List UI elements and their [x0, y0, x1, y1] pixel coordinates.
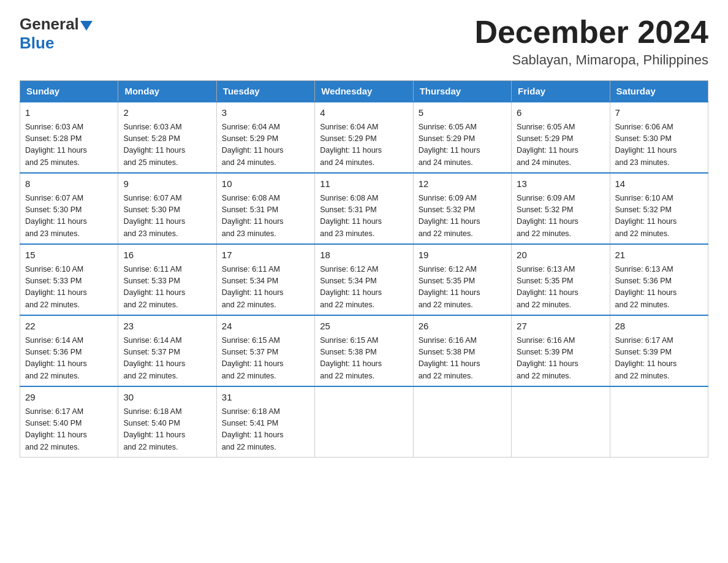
day-info: Sunrise: 6:13 AMSunset: 5:35 PMDaylight:… [517, 264, 604, 312]
day-info: Sunrise: 6:04 AMSunset: 5:29 PMDaylight:… [320, 121, 408, 169]
day-number: 6 [517, 106, 604, 120]
header-right: December 2024 Sablayan, Mimaropa, Philip… [474, 15, 708, 68]
day-info: Sunrise: 6:16 AMSunset: 5:38 PMDaylight:… [419, 335, 506, 383]
day-info: Sunrise: 6:17 AMSunset: 5:39 PMDaylight:… [615, 335, 703, 383]
day-number: 10 [222, 177, 309, 191]
calendar-cell: 25Sunrise: 6:15 AMSunset: 5:38 PMDayligh… [315, 315, 413, 386]
day-info: Sunrise: 6:15 AMSunset: 5:38 PMDaylight:… [320, 335, 408, 383]
calendar-cell: 16Sunrise: 6:11 AMSunset: 5:33 PMDayligh… [118, 244, 216, 315]
calendar-cell: 3Sunrise: 6:04 AMSunset: 5:29 PMDaylight… [216, 102, 314, 173]
week-row-3: 15Sunrise: 6:10 AMSunset: 5:33 PMDayligh… [20, 244, 708, 315]
day-info: Sunrise: 6:11 AMSunset: 5:34 PMDaylight:… [222, 264, 309, 312]
calendar-cell: 5Sunrise: 6:05 AMSunset: 5:29 PMDaylight… [413, 102, 511, 173]
day-info: Sunrise: 6:09 AMSunset: 5:32 PMDaylight:… [419, 193, 506, 240]
day-number: 3 [222, 106, 309, 120]
day-number: 9 [123, 177, 211, 191]
day-number: 21 [615, 248, 703, 262]
location-title: Sablayan, Mimaropa, Philippines [474, 52, 708, 68]
day-info: Sunrise: 6:12 AMSunset: 5:35 PMDaylight:… [419, 264, 506, 312]
calendar-cell: 9Sunrise: 6:07 AMSunset: 5:30 PMDaylight… [118, 173, 216, 244]
day-number: 4 [320, 106, 408, 120]
calendar-cell: 29Sunrise: 6:17 AMSunset: 5:40 PMDayligh… [20, 386, 118, 458]
day-number: 7 [615, 106, 703, 120]
day-number: 11 [320, 177, 408, 191]
day-number: 23 [123, 320, 211, 334]
day-info: Sunrise: 6:17 AMSunset: 5:40 PMDaylight:… [25, 406, 113, 454]
day-number: 30 [123, 391, 211, 405]
month-title: December 2024 [474, 15, 708, 50]
header-tuesday: Tuesday [216, 81, 314, 102]
week-row-1: 1Sunrise: 6:03 AMSunset: 5:28 PMDaylight… [20, 102, 708, 173]
day-number: 12 [419, 177, 506, 191]
logo-general: General [20, 15, 79, 34]
calendar-cell: 4Sunrise: 6:04 AMSunset: 5:29 PMDaylight… [315, 102, 413, 173]
calendar-cell: 15Sunrise: 6:10 AMSunset: 5:33 PMDayligh… [20, 244, 118, 315]
week-row-4: 22Sunrise: 6:14 AMSunset: 5:36 PMDayligh… [20, 315, 708, 386]
day-number: 13 [517, 177, 604, 191]
day-info: Sunrise: 6:18 AMSunset: 5:40 PMDaylight:… [123, 406, 211, 454]
day-number: 17 [222, 248, 309, 262]
day-number: 22 [25, 320, 113, 334]
day-number: 26 [419, 320, 506, 334]
day-info: Sunrise: 6:08 AMSunset: 5:31 PMDaylight:… [320, 193, 408, 240]
day-info: Sunrise: 6:05 AMSunset: 5:29 PMDaylight:… [419, 121, 506, 169]
calendar-cell: 26Sunrise: 6:16 AMSunset: 5:38 PMDayligh… [413, 315, 511, 386]
day-info: Sunrise: 6:15 AMSunset: 5:37 PMDaylight:… [222, 335, 309, 383]
logo-text: General [20, 15, 93, 34]
header-friday: Friday [512, 81, 610, 102]
calendar-cell: 2Sunrise: 6:03 AMSunset: 5:28 PMDaylight… [118, 102, 216, 173]
day-info: Sunrise: 6:16 AMSunset: 5:39 PMDaylight:… [517, 335, 604, 383]
calendar-cell: 19Sunrise: 6:12 AMSunset: 5:35 PMDayligh… [413, 244, 511, 315]
calendar-table: SundayMondayTuesdayWednesdayThursdayFrid… [20, 80, 708, 458]
day-number: 15 [25, 248, 113, 262]
day-info: Sunrise: 6:18 AMSunset: 5:41 PMDaylight:… [222, 406, 309, 454]
day-number: 16 [123, 248, 211, 262]
calendar-header-row: SundayMondayTuesdayWednesdayThursdayFrid… [20, 81, 708, 102]
day-info: Sunrise: 6:07 AMSunset: 5:30 PMDaylight:… [25, 193, 113, 240]
calendar-cell: 1Sunrise: 6:03 AMSunset: 5:28 PMDaylight… [20, 102, 118, 173]
day-number: 19 [419, 248, 506, 262]
calendar-cell: 11Sunrise: 6:08 AMSunset: 5:31 PMDayligh… [315, 173, 413, 244]
day-info: Sunrise: 6:12 AMSunset: 5:34 PMDaylight:… [320, 264, 408, 312]
day-number: 31 [222, 391, 309, 405]
calendar-cell: 23Sunrise: 6:14 AMSunset: 5:37 PMDayligh… [118, 315, 216, 386]
week-row-2: 8Sunrise: 6:07 AMSunset: 5:30 PMDaylight… [20, 173, 708, 244]
day-info: Sunrise: 6:09 AMSunset: 5:32 PMDaylight:… [517, 193, 604, 240]
day-info: Sunrise: 6:06 AMSunset: 5:30 PMDaylight:… [615, 121, 703, 169]
header-saturday: Saturday [610, 81, 708, 102]
calendar-cell [413, 386, 511, 458]
calendar-cell: 8Sunrise: 6:07 AMSunset: 5:30 PMDaylight… [20, 173, 118, 244]
calendar-cell: 22Sunrise: 6:14 AMSunset: 5:36 PMDayligh… [20, 315, 118, 386]
day-info: Sunrise: 6:14 AMSunset: 5:36 PMDaylight:… [25, 335, 113, 383]
logo-triangle-icon [80, 21, 93, 31]
calendar-cell: 21Sunrise: 6:13 AMSunset: 5:36 PMDayligh… [610, 244, 708, 315]
calendar-cell: 30Sunrise: 6:18 AMSunset: 5:40 PMDayligh… [118, 386, 216, 458]
day-number: 27 [517, 320, 604, 334]
day-info: Sunrise: 6:10 AMSunset: 5:33 PMDaylight:… [25, 264, 113, 312]
logo: General Blue [20, 15, 93, 53]
week-row-5: 29Sunrise: 6:17 AMSunset: 5:40 PMDayligh… [20, 386, 708, 458]
calendar-cell: 31Sunrise: 6:18 AMSunset: 5:41 PMDayligh… [216, 386, 314, 458]
header-wednesday: Wednesday [315, 81, 413, 102]
day-number: 1 [25, 106, 113, 120]
calendar-cell: 24Sunrise: 6:15 AMSunset: 5:37 PMDayligh… [216, 315, 314, 386]
page-header: General Blue December 2024 Sablayan, Mim… [20, 15, 708, 68]
day-number: 28 [615, 320, 703, 334]
calendar-cell: 14Sunrise: 6:10 AMSunset: 5:32 PMDayligh… [610, 173, 708, 244]
day-info: Sunrise: 6:08 AMSunset: 5:31 PMDaylight:… [222, 193, 309, 240]
calendar-cell: 17Sunrise: 6:11 AMSunset: 5:34 PMDayligh… [216, 244, 314, 315]
calendar-cell [512, 386, 610, 458]
day-number: 29 [25, 391, 113, 405]
calendar-cell [610, 386, 708, 458]
calendar-cell: 27Sunrise: 6:16 AMSunset: 5:39 PMDayligh… [512, 315, 610, 386]
calendar-cell: 12Sunrise: 6:09 AMSunset: 5:32 PMDayligh… [413, 173, 511, 244]
day-info: Sunrise: 6:11 AMSunset: 5:33 PMDaylight:… [123, 264, 211, 312]
header-thursday: Thursday [413, 81, 511, 102]
calendar-cell: 13Sunrise: 6:09 AMSunset: 5:32 PMDayligh… [512, 173, 610, 244]
calendar-cell: 18Sunrise: 6:12 AMSunset: 5:34 PMDayligh… [315, 244, 413, 315]
day-number: 24 [222, 320, 309, 334]
day-number: 25 [320, 320, 408, 334]
day-number: 20 [517, 248, 604, 262]
header-sunday: Sunday [20, 81, 118, 102]
header-monday: Monday [118, 81, 216, 102]
